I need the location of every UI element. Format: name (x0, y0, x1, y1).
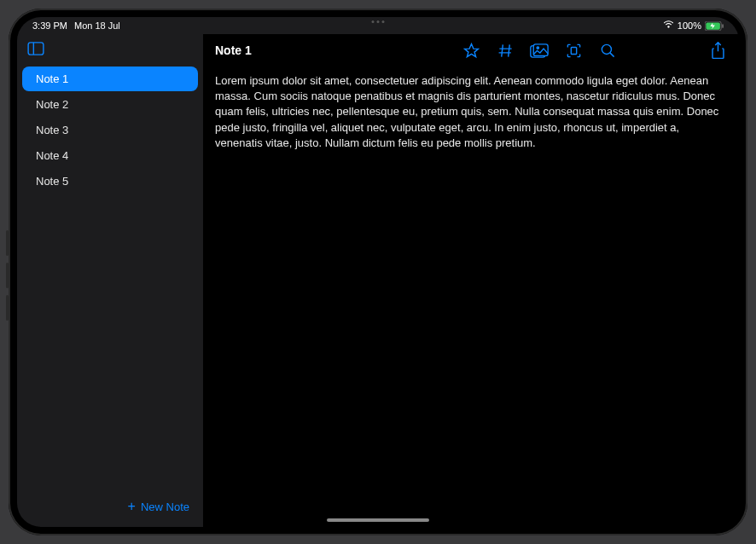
favorite-button[interactable] (462, 41, 480, 60)
sidebar: Note 1 Note 2 Note 3 Note 4 Note 5 + New… (17, 34, 203, 527)
svg-line-7 (508, 44, 509, 56)
note-item-2[interactable]: Note 2 (22, 92, 198, 117)
svg-point-12 (537, 46, 539, 49)
scan-button[interactable] (564, 41, 583, 60)
note-item-3[interactable]: Note 3 (22, 118, 198, 142)
notes-list: Note 1 Note 2 Note 3 Note 4 Note 5 (17, 67, 203, 489)
sidebar-toggle-button[interactable] (27, 42, 44, 59)
plus-icon: + (128, 500, 136, 513)
status-time: 3:39 PM (32, 20, 67, 31)
svg-line-6 (501, 44, 503, 56)
note-item-4[interactable]: Note 4 (22, 143, 198, 168)
new-note-button[interactable]: + New Note (17, 489, 203, 527)
share-button[interactable] (708, 41, 727, 60)
svg-rect-13 (571, 47, 576, 54)
search-button[interactable] (598, 41, 617, 60)
svg-rect-11 (533, 43, 548, 55)
battery-percent: 100% (677, 20, 701, 31)
svg-point-14 (602, 44, 611, 54)
note-title: Note 1 (215, 43, 252, 57)
status-bar: 3:39 PM Mon 18 Jul 100% (17, 17, 739, 34)
status-date: Mon 18 Jul (74, 20, 120, 31)
new-note-label: New Note (141, 501, 189, 513)
svg-rect-3 (28, 43, 44, 55)
svg-line-15 (609, 52, 614, 56)
toolbar: Note 1 (203, 34, 739, 67)
svg-rect-2 (722, 24, 724, 28)
wifi-icon (663, 20, 674, 31)
battery-icon (705, 21, 724, 31)
note-item-5[interactable]: Note 5 (22, 169, 198, 194)
note-body[interactable]: Lorem ipsum dolor sit amet, consectetuer… (203, 67, 739, 158)
note-item-1[interactable]: Note 1 (22, 67, 198, 91)
svg-marker-5 (464, 43, 478, 56)
editor-pane: Note 1 (203, 34, 739, 527)
image-button[interactable] (530, 41, 549, 60)
home-indicator[interactable] (327, 518, 429, 522)
tag-button[interactable] (496, 41, 515, 60)
